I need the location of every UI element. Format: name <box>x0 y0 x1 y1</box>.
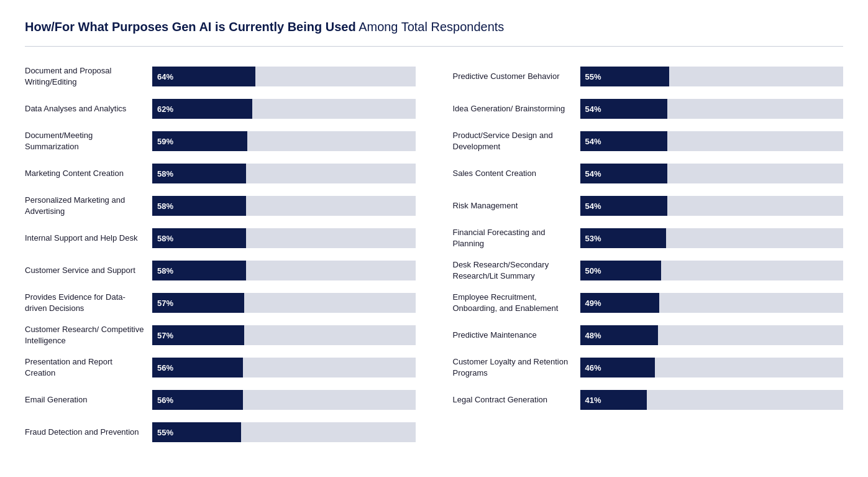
bar-empty <box>252 99 416 119</box>
bar-value: 50% <box>585 266 601 276</box>
bar-empty <box>667 164 844 183</box>
bar-track: 57% <box>152 293 416 313</box>
bar-empty <box>244 325 416 345</box>
bar-filled: 48% <box>580 325 658 345</box>
bar-track: 62% <box>152 99 416 119</box>
bar-track: 46% <box>580 358 844 377</box>
bar-empty <box>246 164 416 183</box>
bar-label-text: Risk Management <box>453 200 580 211</box>
bar-track: 58% <box>152 164 416 183</box>
right-column: Predictive Customer Behavior55%Idea Gene… <box>453 60 844 448</box>
bar-filled: 54% <box>580 164 667 183</box>
bar-track: 54% <box>580 196 844 216</box>
bar-label-text: Marketing Content Creation <box>25 168 152 179</box>
chart-container: Document and Proposal Writing/Editing64%… <box>25 60 843 448</box>
bar-value: 49% <box>585 299 601 308</box>
bar-row: Sales Content Creation54% <box>453 157 844 190</box>
bar-empty <box>243 358 416 377</box>
bar-filled: 55% <box>152 422 241 442</box>
bar-label-text: Provides Evidence for Data-driven Decisi… <box>25 292 152 313</box>
bar-label-text: Presentation and Report Creation <box>25 356 152 378</box>
bar-label-text: Financial Forecasting and Planning <box>453 227 580 249</box>
bar-filled: 54% <box>580 196 667 216</box>
bar-empty <box>247 131 416 151</box>
bar-value: 56% <box>157 363 173 373</box>
bar-track: 53% <box>580 228 844 248</box>
bar-track: 54% <box>580 164 844 183</box>
title-bold: How/For What Purposes Gen AI is Currentl… <box>25 20 356 34</box>
bar-label-text: Document and Proposal Writing/Editing <box>25 65 152 87</box>
bar-row: Employee Recruitment, Onboarding, and En… <box>453 287 844 319</box>
bar-value: 59% <box>157 137 173 146</box>
bar-row: Marketing Content Creation58% <box>25 157 416 190</box>
bar-row: Email Generation56% <box>25 384 416 416</box>
bar-track: 56% <box>152 358 416 377</box>
bar-label-text: Desk Research/Secondary Research/Lit Sum… <box>453 259 580 281</box>
bar-row: Provides Evidence for Data-driven Decisi… <box>25 287 416 319</box>
bar-filled: 58% <box>152 228 246 248</box>
bar-track: 54% <box>580 131 844 151</box>
bar-track: 49% <box>580 293 844 313</box>
page-title: How/For What Purposes Gen AI is Currentl… <box>25 19 843 35</box>
bar-value: 41% <box>585 396 601 405</box>
bar-value: 62% <box>157 104 173 114</box>
bar-row: Customer Loyalty and Retention Programs4… <box>453 351 844 384</box>
bar-track: 48% <box>580 325 844 345</box>
bar-row: Personalized Marketing and Advertising58… <box>25 190 416 222</box>
bar-row: Customer Research/ Competitive Intellige… <box>25 319 416 351</box>
divider <box>25 46 843 47</box>
bar-value: 58% <box>157 169 173 178</box>
bar-track: 54% <box>580 99 844 119</box>
title-regular: Among Total Respondents <box>359 20 504 34</box>
title-section: How/For What Purposes Gen AI is Currentl… <box>25 19 843 35</box>
left-column: Document and Proposal Writing/Editing64%… <box>25 60 416 448</box>
bar-track: 58% <box>152 196 416 216</box>
bar-row: Predictive Maintenance48% <box>453 319 844 351</box>
bar-row: Document and Proposal Writing/Editing64% <box>25 60 416 93</box>
bar-value: 64% <box>157 72 173 81</box>
bar-row: Desk Research/Secondary Research/Lit Sum… <box>453 254 844 287</box>
bar-row: Idea Generation/ Brainstorming54% <box>453 93 844 125</box>
bar-value: 55% <box>585 72 601 81</box>
bar-row: Risk Management54% <box>453 190 844 222</box>
bar-empty <box>246 261 416 280</box>
bar-label-text: Predictive Customer Behavior <box>453 71 580 82</box>
bar-empty <box>661 261 844 280</box>
bar-value: 58% <box>157 234 173 243</box>
bar-row: Customer Service and Support58% <box>25 254 416 287</box>
bar-filled: 62% <box>152 99 252 119</box>
bar-filled: 56% <box>152 390 243 410</box>
bar-value: 58% <box>157 266 173 276</box>
bar-label-text: Personalized Marketing and Advertising <box>25 195 152 216</box>
bar-empty <box>666 228 844 248</box>
bar-label-text: Customer Service and Support <box>25 265 152 276</box>
bar-empty <box>244 293 416 313</box>
bar-track: 56% <box>152 390 416 410</box>
bar-filled: 64% <box>152 67 255 86</box>
bar-filled: 53% <box>580 228 666 248</box>
bar-value: 53% <box>585 234 601 243</box>
bar-filled: 58% <box>152 164 246 183</box>
bar-label-text: Data Analyses and Analytics <box>25 103 152 114</box>
bar-value: 54% <box>585 169 601 178</box>
bar-label-text: Employee Recruitment, Onboarding, and En… <box>453 292 580 313</box>
bar-filled: 49% <box>580 293 659 313</box>
bar-track: 59% <box>152 131 416 151</box>
bar-row: Data Analyses and Analytics62% <box>25 93 416 125</box>
bar-value: 55% <box>157 428 173 437</box>
bar-label-text: Email Generation <box>25 394 152 405</box>
bar-filled: 54% <box>580 131 667 151</box>
bar-track: 55% <box>152 422 416 442</box>
bar-row: Product/Service Design and Development54… <box>453 125 844 157</box>
bar-value: 56% <box>157 396 173 405</box>
bar-empty <box>246 196 416 216</box>
bar-track: 41% <box>580 390 844 410</box>
bar-value: 57% <box>157 331 173 340</box>
bar-label-text: Fraud Detection and Prevention <box>25 427 152 438</box>
bar-label-text: Idea Generation/ Brainstorming <box>453 103 580 114</box>
bar-track: 57% <box>152 325 416 345</box>
bar-track: 58% <box>152 261 416 280</box>
bar-label-text: Customer Loyalty and Retention Programs <box>453 356 580 378</box>
bar-filled: 59% <box>152 131 247 151</box>
bar-value: 54% <box>585 104 601 114</box>
